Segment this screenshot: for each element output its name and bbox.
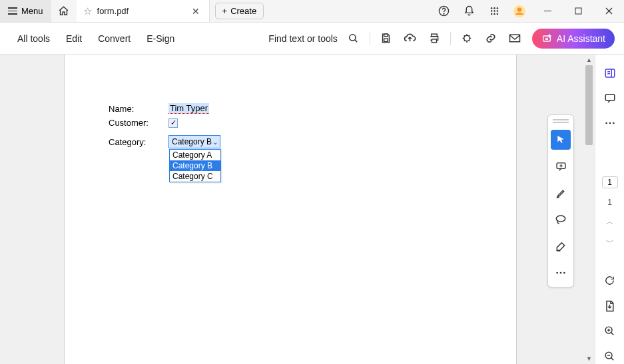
- hamburger-icon: [8, 7, 17, 15]
- svg-rect-19: [432, 39, 436, 43]
- category-option-b[interactable]: Category B: [170, 160, 220, 171]
- svg-point-4: [496, 7, 498, 9]
- edit-button[interactable]: Edit: [58, 29, 90, 48]
- cloud-upload-button[interactable]: [398, 27, 422, 51]
- profile-button[interactable]: [507, 0, 532, 23]
- zoom-out-icon: [604, 351, 615, 362]
- email-button[interactable]: [503, 27, 527, 51]
- print-button[interactable]: [422, 27, 446, 51]
- star-icon[interactable]: ☆: [83, 5, 92, 17]
- svg-point-30: [605, 122, 607, 124]
- find-label: Find text or tools: [268, 33, 338, 44]
- maximize-icon: [575, 7, 582, 15]
- svg-rect-29: [605, 94, 615, 100]
- search-icon: [348, 33, 359, 44]
- create-button[interactable]: + Create: [215, 3, 264, 19]
- svg-point-7: [496, 10, 498, 12]
- svg-point-24: [556, 216, 565, 222]
- more-tools-button[interactable]: [551, 263, 571, 283]
- home-button[interactable]: [51, 0, 77, 22]
- print-icon: [428, 33, 440, 44]
- svg-point-25: [556, 272, 558, 274]
- rotate-icon: [604, 275, 615, 286]
- all-tools-button[interactable]: All tools: [9, 29, 58, 48]
- more-horizontal-icon: [605, 121, 615, 125]
- scroll-up-arrow[interactable]: ▲: [583, 55, 595, 65]
- cloud-upload-icon: [404, 33, 416, 44]
- category-dropdown[interactable]: Category B ⌄ Category A Category B Categ…: [168, 135, 220, 148]
- tab-title: form.pdf: [97, 6, 184, 16]
- apps-button[interactable]: [481, 0, 507, 23]
- svg-point-15: [350, 35, 356, 41]
- svg-point-1: [444, 13, 444, 14]
- panel-toggle-button[interactable]: [600, 65, 620, 81]
- highlight-tool-button[interactable]: [551, 183, 571, 203]
- palette-drag-handle[interactable]: [553, 119, 569, 123]
- page-up-button[interactable]: ︿: [606, 216, 614, 228]
- window-close-button[interactable]: [593, 0, 624, 23]
- svg-rect-16: [384, 34, 388, 37]
- svg-rect-13: [544, 11, 551, 11]
- category-option-a[interactable]: Category A: [170, 150, 220, 160]
- draw-tool-button[interactable]: [551, 210, 571, 230]
- category-option-c[interactable]: Category C: [170, 171, 220, 182]
- name-field[interactable]: Tim Typer: [168, 103, 209, 114]
- chat-panel-button[interactable]: [600, 91, 620, 106]
- plus-icon: +: [222, 6, 228, 16]
- more-panel-button[interactable]: [600, 115, 620, 131]
- menu-label: Menu: [21, 6, 43, 16]
- tab-close-button[interactable]: ✕: [189, 5, 202, 18]
- marker-icon: [555, 188, 567, 199]
- separator: [370, 32, 370, 45]
- vertical-scrollbar[interactable]: ▲ ▼: [583, 55, 595, 364]
- scrollbar-thumb[interactable]: [585, 65, 593, 145]
- page-display-button[interactable]: [600, 298, 620, 314]
- customer-checkbox[interactable]: ✓: [168, 118, 178, 128]
- close-icon: [605, 7, 613, 15]
- help-icon: [438, 5, 450, 17]
- bell-icon: [464, 5, 475, 17]
- sign-tool-button[interactable]: [551, 236, 571, 256]
- comment-tool-button[interactable]: [551, 156, 571, 176]
- page-icon: [605, 300, 615, 312]
- category-dropdown-list[interactable]: Category A Category B Category C: [169, 149, 221, 182]
- separator: [450, 32, 451, 45]
- svg-rect-21: [509, 35, 519, 42]
- ai-assistant-button[interactable]: AI Assistant: [532, 29, 615, 49]
- link-button[interactable]: [479, 27, 503, 51]
- name-label: Name:: [109, 104, 168, 114]
- quick-tools-palette[interactable]: [547, 114, 574, 287]
- convert-button[interactable]: Convert: [90, 29, 139, 48]
- grid-icon: [489, 6, 499, 16]
- lasso-icon: [555, 214, 567, 225]
- link-icon: [485, 33, 497, 44]
- share-button[interactable]: [455, 27, 479, 51]
- save-button[interactable]: [374, 27, 398, 51]
- scroll-down-arrow[interactable]: ▼: [583, 353, 595, 364]
- page-number-input[interactable]: 1: [602, 176, 618, 188]
- svg-point-12: [517, 7, 522, 12]
- select-tool-button[interactable]: [551, 130, 571, 150]
- rotate-button[interactable]: [600, 273, 620, 289]
- menu-button[interactable]: Menu: [0, 0, 51, 22]
- minimize-button[interactable]: [532, 0, 563, 23]
- search-button[interactable]: [342, 27, 366, 51]
- category-selected-value: Category B: [172, 137, 212, 146]
- category-label: Category:: [109, 135, 168, 147]
- zoom-out-button[interactable]: [600, 348, 620, 364]
- customer-label: Customer:: [109, 118, 168, 128]
- help-button[interactable]: [431, 0, 456, 23]
- svg-point-2: [490, 7, 492, 9]
- notifications-button[interactable]: [456, 0, 481, 23]
- cursor-icon: [555, 134, 566, 145]
- page-down-button[interactable]: ﹀: [606, 237, 614, 248]
- maximize-button[interactable]: [563, 0, 593, 23]
- esign-button[interactable]: E-Sign: [139, 29, 182, 48]
- svg-point-5: [490, 10, 492, 12]
- zoom-in-button[interactable]: [600, 323, 620, 339]
- create-label: Create: [230, 6, 256, 16]
- svg-rect-14: [575, 8, 581, 14]
- document-tab[interactable]: ☆ form.pdf ✕: [77, 0, 210, 22]
- email-icon: [509, 33, 521, 43]
- document-viewport[interactable]: Name: Tim Typer Customer: ✓ Category: Ca…: [0, 55, 595, 364]
